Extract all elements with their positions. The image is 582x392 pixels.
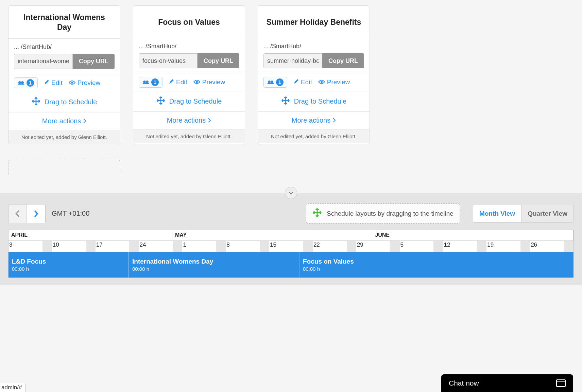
timeline-scale: APRILMAYJUNE 3101724181522295121926 L&D … [8,230,574,278]
users-badge[interactable]: 1 [139,77,162,88]
chevron-down-icon [288,190,294,196]
quarter-view-button[interactable]: Quarter View [521,205,574,222]
day-header: 29 [356,241,400,252]
card-footer-text: Not edited yet, added by Glenn Elliott. [258,129,370,143]
card-title: Summer Holiday Benefits [258,6,370,38]
edit-label: Edit [176,78,187,86]
status-bar-url: admin/# [0,383,25,392]
pencil-icon [44,79,49,87]
more-actions-button[interactable]: More actions [133,111,245,129]
more-actions-button[interactable]: More actions [8,112,120,130]
scheduled-event[interactable]: L&D Focus 00:00 h [8,252,129,278]
edit-button[interactable]: Edit [169,78,187,86]
chevron-right-icon [83,117,86,125]
layout-card: Summer Holiday Benefits ... /SmartHub/ C… [258,5,370,144]
timeline-next-button[interactable] [27,204,45,223]
event-title: L&D Focus [12,258,128,265]
users-count: 1 [276,78,284,86]
drag-hint-area[interactable]: Schedule layouts by dragging to the time… [306,203,460,224]
edit-button[interactable]: Edit [293,78,312,86]
day-header: 5 [400,241,443,252]
event-time: 00:00 h [12,266,128,272]
eye-icon [193,78,200,86]
collapse-timeline-button[interactable] [285,187,297,199]
more-label: More actions [292,117,331,124]
drag-hint-text: Schedule layouts by dragging to the time… [327,210,453,217]
new-card-placeholder[interactable] [8,160,120,175]
timezone-label: GMT +01:00 [52,210,89,217]
drag-to-schedule-handle[interactable]: Drag to Schedule [133,91,245,111]
more-label: More actions [167,117,206,124]
users-icon [267,79,274,86]
move-icon [281,96,290,107]
chat-widget[interactable]: Chat now [441,374,573,392]
drag-label: Drag to Schedule [169,97,222,105]
event-title: International Womens Day [132,258,299,265]
drag-label: Drag to Schedule [294,97,347,105]
event-title: Focus on Values [303,258,573,265]
drag-label: Drag to Schedule [45,98,97,106]
layout-card: Focus on Values ... /SmartHub/ Copy URL … [133,5,245,144]
users-icon [18,79,24,86]
day-header: 26 [530,241,574,252]
card-footer-text: Not edited yet, added by Glenn Elliott. [133,129,245,143]
slug-input[interactable] [14,54,73,69]
event-time: 00:00 h [303,266,573,272]
day-header: 10 [52,241,96,252]
users-count: 1 [151,78,159,86]
month-header: JUNE [372,230,574,240]
users-badge[interactable]: 1 [263,77,287,88]
preview-button[interactable]: Preview [193,78,225,86]
day-header: 12 [443,241,486,252]
card-footer-text: Not edited yet, added by Glenn Elliott. [8,130,120,144]
copy-url-button[interactable]: Copy URL [322,53,364,68]
month-view-button[interactable]: Month View [473,205,521,222]
card-title: International Womens Day [8,6,120,39]
users-badge[interactable]: 1 [14,77,38,88]
chevron-left-icon [15,210,21,218]
slug-input[interactable] [139,53,198,68]
move-icon [156,96,165,107]
edit-button[interactable]: Edit [44,79,63,87]
drag-to-schedule-handle[interactable]: Drag to Schedule [258,91,370,111]
pencil-icon [293,78,299,86]
timeline-prev-button[interactable] [8,204,27,223]
month-header: MAY [172,230,372,240]
users-icon [142,79,149,86]
preview-button[interactable]: Preview [318,78,350,86]
maximize-icon [556,379,566,387]
preview-label: Preview [202,78,225,86]
preview-button[interactable]: Preview [69,79,101,87]
users-count: 1 [27,79,34,87]
day-header: 17 [96,241,139,252]
month-header: APRIL [8,230,172,240]
drag-to-schedule-handle[interactable]: Drag to Schedule [8,92,120,112]
timeline-panel: GMT +01:00 Schedule layouts by dragging … [0,193,582,285]
eye-icon [69,79,75,87]
copy-url-button[interactable]: Copy URL [198,53,239,68]
preview-label: Preview [78,79,101,87]
chevron-right-icon [332,117,336,124]
day-header: 24 [139,241,183,252]
card-title: Focus on Values [133,6,245,38]
scheduled-event[interactable]: International Womens Day 00:00 h [129,252,299,278]
slug-input[interactable] [263,53,322,68]
card-path: ... /SmartHub/ [133,38,245,51]
card-path: ... /SmartHub/ [8,39,120,52]
svg-point-1 [196,81,198,83]
event-time: 00:00 h [132,266,299,272]
view-switch: Month View Quarter View [473,205,574,222]
svg-point-2 [321,81,323,83]
more-actions-button[interactable]: More actions [258,111,370,129]
edit-label: Edit [51,79,63,87]
copy-url-button[interactable]: Copy URL [73,54,115,69]
day-header: 8 [226,241,269,252]
move-icon [312,208,322,219]
chevron-right-icon [208,117,211,124]
day-header: 15 [269,241,313,252]
scheduled-event[interactable]: Focus on Values 00:00 h [299,252,574,278]
layout-card: International Womens Day ... /SmartHub/ … [8,5,120,144]
day-header: 3 [8,241,52,252]
timeline-nav [8,204,46,223]
svg-point-0 [71,82,73,84]
